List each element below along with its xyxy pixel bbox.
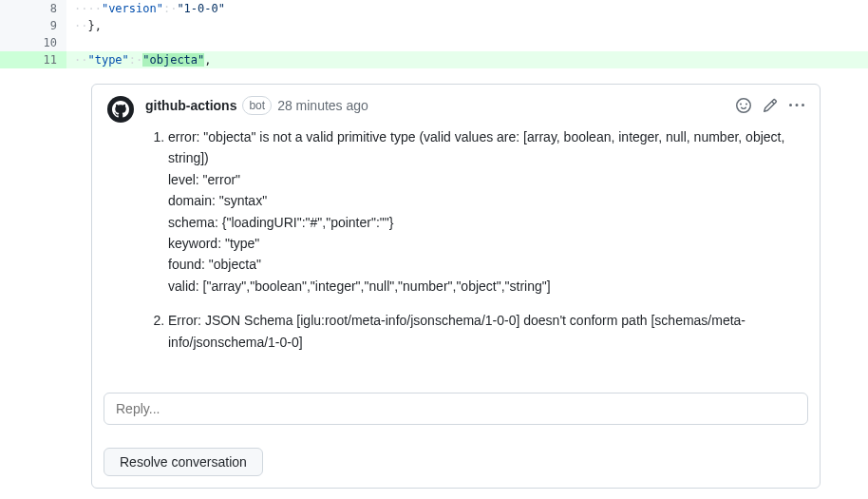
comment-body: error: "objecta" is not a valid primitiv… xyxy=(92,123,820,381)
review-comment: github-actions bot 28 minutes ago xyxy=(91,84,821,489)
line-number-right: 9 xyxy=(33,17,66,34)
avatar[interactable] xyxy=(107,96,134,123)
code-content: ····"version":·"1-0-0" xyxy=(66,0,868,17)
diff-hunk: 8 ····"version":·"1-0-0" 9 ··}, 10 11 ··… xyxy=(0,0,868,68)
diff-line: 8 ····"version":·"1-0-0" xyxy=(0,0,868,17)
code-content xyxy=(66,34,868,51)
code-content: ··}, xyxy=(66,17,868,34)
diff-line: 10 xyxy=(0,34,868,51)
emoji-reaction-button[interactable] xyxy=(736,98,751,113)
kebab-menu-button[interactable] xyxy=(789,98,804,113)
line-number-left xyxy=(0,17,33,34)
bot-badge: bot xyxy=(242,96,272,115)
line-number-right: 11 xyxy=(33,51,66,68)
line-number-left xyxy=(0,51,33,68)
line-number-left xyxy=(0,34,33,51)
edit-button[interactable] xyxy=(763,98,778,113)
diff-line-added: 11 ··"type":·"objecta", xyxy=(0,51,868,68)
comment-author[interactable]: github-actions xyxy=(145,98,236,113)
code-content: ··"type":·"objecta", xyxy=(66,51,868,68)
resolve-conversation-button[interactable]: Resolve conversation xyxy=(104,448,263,476)
line-number-right: 10 xyxy=(33,34,66,51)
github-icon xyxy=(112,101,129,118)
reply-input[interactable] xyxy=(104,393,808,425)
error-item-1: error: "objecta" is not a valid primitiv… xyxy=(168,126,804,297)
line-number-right: 8 xyxy=(33,0,66,17)
line-number-left xyxy=(0,0,33,17)
error-item-2: Error: JSON Schema [iglu:root/meta-info/… xyxy=(168,310,804,353)
diff-line: 9 ··}, xyxy=(0,17,868,34)
comment-timestamp[interactable]: 28 minutes ago xyxy=(277,98,368,113)
